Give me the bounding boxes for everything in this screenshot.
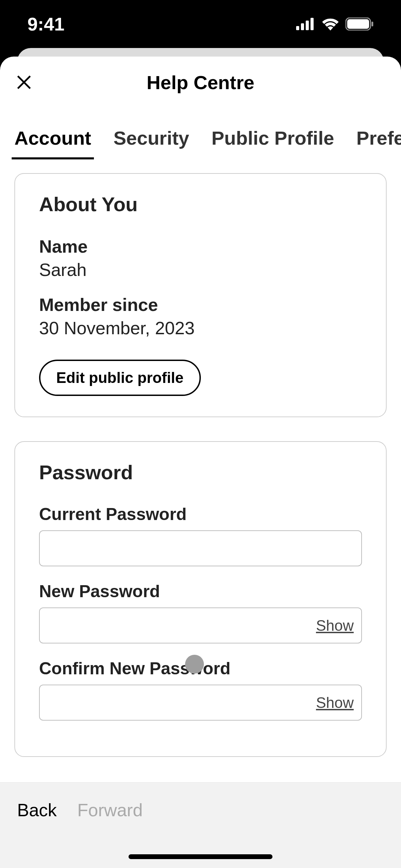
- current-password-input[interactable]: [39, 530, 362, 566]
- tab-security[interactable]: Security: [113, 127, 189, 159]
- svg-rect-0: [296, 26, 299, 30]
- forward-button: Forward: [77, 800, 143, 820]
- content-area: About You Name Sarah Member since 30 Nov…: [0, 159, 401, 868]
- tabs-bar: Account Security Public Profile Preferen…: [0, 108, 401, 159]
- about-you-card: About You Name Sarah Member since 30 Nov…: [14, 173, 387, 417]
- cellular-icon: [296, 18, 315, 30]
- battery-icon: [345, 17, 374, 31]
- new-password-wrap: Show: [39, 607, 362, 643]
- status-time: 9:41: [27, 13, 64, 35]
- confirm-password-show-button[interactable]: Show: [316, 694, 354, 711]
- svg-rect-1: [301, 23, 304, 30]
- modal-sheet: Help Centre Account Security Public Prof…: [0, 57, 401, 868]
- svg-rect-2: [306, 21, 309, 30]
- name-value: Sarah: [39, 260, 362, 280]
- member-since-label: Member since: [39, 294, 362, 315]
- close-button[interactable]: [14, 72, 34, 93]
- svg-rect-3: [311, 18, 314, 30]
- browser-toolbar: Back Forward: [0, 782, 401, 868]
- tab-preferences[interactable]: Preferences: [356, 127, 401, 159]
- current-password-label: Current Password: [39, 504, 362, 524]
- confirm-password-input[interactable]: [39, 685, 362, 721]
- touch-indicator: [185, 655, 204, 674]
- edit-public-profile-button[interactable]: Edit public profile: [39, 360, 201, 396]
- current-password-wrap: [39, 530, 362, 566]
- member-since-field: Member since 30 November, 2023: [39, 294, 362, 338]
- tab-account[interactable]: Account: [14, 127, 91, 159]
- password-card: Password Current Password New Password S…: [14, 441, 387, 757]
- page-title: Help Centre: [147, 71, 254, 94]
- new-password-label: New Password: [39, 581, 362, 601]
- new-password-input[interactable]: [39, 607, 362, 643]
- svg-rect-6: [372, 22, 373, 26]
- sheet-header: Help Centre: [0, 57, 401, 108]
- back-button[interactable]: Back: [17, 800, 57, 820]
- wifi-icon: [321, 17, 339, 31]
- home-indicator[interactable]: [129, 854, 272, 859]
- password-title: Password: [39, 461, 362, 484]
- about-you-title: About You: [39, 193, 362, 216]
- name-label: Name: [39, 236, 362, 257]
- tab-public-profile[interactable]: Public Profile: [211, 127, 334, 159]
- confirm-password-wrap: Show: [39, 685, 362, 721]
- member-since-value: 30 November, 2023: [39, 318, 362, 338]
- status-bar: 9:41: [0, 0, 401, 48]
- svg-rect-5: [347, 19, 369, 29]
- name-field: Name Sarah: [39, 236, 362, 280]
- close-icon: [16, 75, 32, 90]
- status-icons: [296, 17, 374, 31]
- new-password-show-button[interactable]: Show: [316, 617, 354, 634]
